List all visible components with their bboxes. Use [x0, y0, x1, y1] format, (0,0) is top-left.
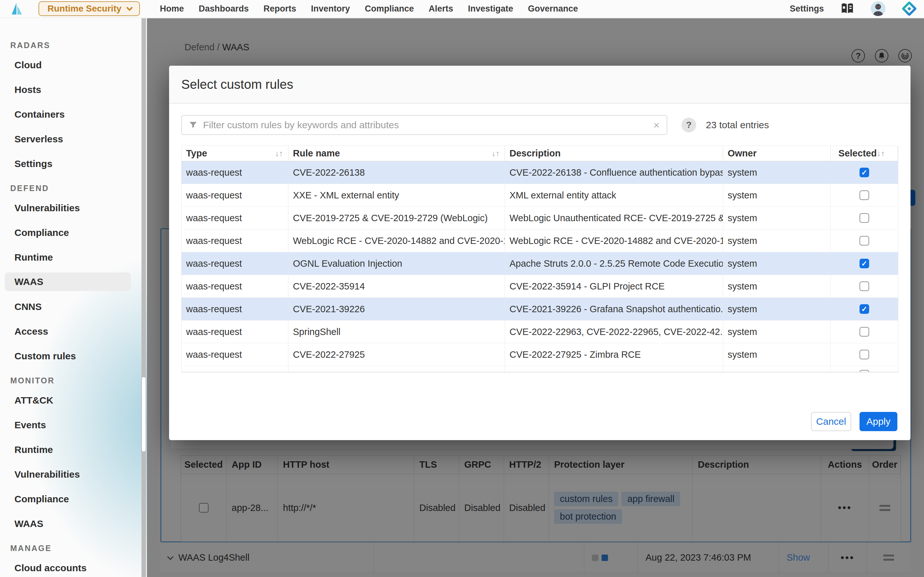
sidebar-item[interactable]: Custom rules — [0, 343, 147, 368]
column-header[interactable]: Selected ↓↑ — [830, 146, 898, 161]
top-nav-item[interactable]: Reports — [263, 4, 296, 14]
column-label: Description — [509, 148, 561, 159]
type-cell: waas-request — [182, 161, 288, 184]
description-cell: WebLogic RCE - CVE-2020-14882 and CVE-20… — [505, 229, 723, 252]
filter-input[interactable]: Filter custom rules by keywords and attr… — [181, 115, 667, 135]
column-header[interactable]: Rule name ↓↑ — [288, 146, 505, 161]
sort-icon[interactable]: ↓↑ — [491, 149, 499, 158]
top-nav-item[interactable]: Home — [160, 4, 184, 14]
column-header[interactable]: Type ↓↑ — [182, 146, 288, 161]
settings-link[interactable]: Settings — [790, 4, 824, 14]
description-cell: Apache Struts 2.0.0 - 2.5.25 Remote Code… — [505, 252, 723, 275]
sidebar-item[interactable]: ATT&CK — [0, 388, 147, 413]
row-checkbox[interactable] — [859, 213, 869, 223]
rule-name-cell: CVE-2022-27925 — [288, 343, 505, 366]
sort-icon[interactable]: ↓↑ — [275, 149, 283, 158]
description-cell: XML external entity attack — [505, 184, 723, 206]
partial-row-checkbox[interactable] — [859, 370, 869, 372]
sidebar-section: DEFEND Vulnerabilities Compliance Runtim… — [0, 184, 147, 368]
column-label: Type — [186, 148, 207, 159]
chevron-down-icon — [126, 5, 133, 11]
column-header[interactable]: Description ↓↑ — [505, 146, 723, 161]
table-row[interactable]: waas-request WebLogic RCE - CVE-2020-148… — [182, 229, 898, 252]
sidebar-item[interactable]: CNNS — [0, 294, 147, 319]
sidebar-item[interactable]: Access — [0, 319, 147, 343]
top-nav-item[interactable]: Governance — [528, 4, 578, 14]
table-row[interactable]: waas-request XXE - XML external entity X… — [182, 184, 898, 207]
sidebar-item-label: Runtime — [15, 444, 53, 455]
column-header[interactable]: Owner ↓↑ — [723, 146, 830, 161]
sidebar-item[interactable]: Runtime — [0, 245, 147, 269]
sidebar-item[interactable]: WAAS — [5, 272, 131, 291]
table-row[interactable]: waas-request SpringShell CVE-2022-22963,… — [182, 321, 898, 343]
top-nav-item[interactable]: Inventory — [311, 4, 350, 14]
row-checkbox[interactable] — [859, 259, 869, 268]
sidebar-item[interactable]: WAAS — [0, 511, 147, 536]
sidebar-item-label: Cloud accounts — [15, 562, 87, 574]
top-nav-item[interactable]: Alerts — [429, 4, 453, 14]
clear-filter-icon[interactable]: × — [653, 119, 660, 131]
row-checkbox[interactable] — [859, 168, 869, 177]
type-cell: waas-request — [182, 229, 288, 252]
filter-help-button[interactable]: ? — [682, 118, 696, 132]
sidebar-item[interactable]: Containers — [0, 102, 147, 127]
table-row[interactable]: waas-request CVE-2019-2725 & CVE-2019-27… — [182, 207, 898, 229]
type-cell: waas-request — [182, 298, 288, 320]
table-row[interactable]: waas-request CVE-2022-35914 CVE-2022-359… — [182, 275, 898, 298]
sidebar-section-label: RADARS — [10, 41, 147, 50]
sidebar-item[interactable]: Compliance — [0, 487, 147, 511]
table-row[interactable]: waas-request CVE-2022-27925 CVE-2022-279… — [182, 343, 898, 366]
sidebar-item-label: CNNS — [15, 301, 42, 312]
sidebar-item[interactable]: Settings — [0, 151, 147, 176]
sidebar-section: MONITOR ATT&CK Events Runtime Vulnerabil… — [0, 376, 147, 536]
sidebar-item[interactable]: Cloud accounts — [0, 556, 147, 577]
sidebar-section-label: MONITOR — [10, 376, 147, 385]
sidebar-item[interactable]: Serverless — [0, 127, 147, 151]
filter-placeholder: Filter custom rules by keywords and attr… — [203, 119, 648, 131]
rule-name-cell: XXE - XML external entity — [288, 184, 505, 206]
rule-name-cell: CVE-2021-39226 — [288, 298, 505, 320]
sidebar-item[interactable]: Events — [0, 413, 147, 437]
top-nav-item[interactable]: Investigate — [468, 4, 513, 14]
product-switcher[interactable]: Runtime Security — [39, 1, 140, 16]
sidebar-item[interactable]: Vulnerabilities — [0, 195, 147, 220]
sidebar-item[interactable]: Cloud — [0, 53, 147, 77]
rule-name-cell: OGNL Evaluation Injection — [288, 252, 505, 275]
sidebar-item-label: Compliance — [15, 227, 69, 238]
apply-button[interactable]: Apply — [859, 412, 897, 431]
docs-icon[interactable] — [841, 3, 854, 15]
table-row[interactable]: waas-request OGNL Evaluation Injection A… — [182, 252, 898, 275]
modal-header: Select custom rules — [169, 66, 911, 103]
cancel-button[interactable]: Cancel — [811, 412, 851, 431]
sidebar-item-label: Runtime — [15, 252, 53, 263]
description-cell: WebLogic Unauthenticated RCE- CVE-2019-2… — [505, 207, 723, 229]
top-nav-item[interactable]: Dashboards — [199, 4, 249, 14]
partial-row — [182, 366, 898, 372]
sidebar-item-label: Cloud — [15, 60, 42, 71]
sort-icon[interactable]: ↓↑ — [877, 149, 885, 158]
row-checkbox[interactable] — [859, 327, 869, 337]
sidebar-item[interactable]: Hosts — [0, 77, 147, 102]
row-checkbox[interactable] — [859, 304, 869, 314]
row-checkbox[interactable] — [859, 282, 869, 291]
table-row[interactable]: waas-request CVE-2022-26138 CVE-2022-261… — [182, 161, 898, 184]
top-nav-item[interactable]: Compliance — [365, 4, 414, 14]
type-cell: waas-request — [182, 275, 288, 298]
sidebar-item[interactable]: Compliance — [0, 220, 147, 245]
type-cell: waas-request — [182, 343, 288, 366]
filter-funnel-icon — [189, 121, 197, 129]
row-checkbox[interactable] — [859, 190, 869, 200]
sidebar-scrollbar-track[interactable] — [142, 18, 146, 577]
top-nav: HomeDashboardsReportsInventoryCompliance… — [160, 4, 578, 14]
avatar[interactable] — [871, 1, 885, 16]
sidebar-item-label: WAAS — [15, 518, 43, 529]
owner-cell: system — [723, 207, 830, 229]
prisma-cloud-logo-icon — [902, 2, 916, 16]
sidebar-item[interactable]: Vulnerabilities — [0, 462, 147, 487]
table-row[interactable]: waas-request CVE-2021-39226 CVE-2021-392… — [182, 298, 898, 321]
row-checkbox[interactable] — [859, 350, 869, 359]
sidebar-scrollbar-thumb[interactable] — [142, 377, 146, 452]
row-checkbox[interactable] — [859, 236, 869, 245]
sidebar-item[interactable]: Runtime — [0, 437, 147, 462]
main-content: Defend / WAAS ? — [147, 18, 924, 577]
